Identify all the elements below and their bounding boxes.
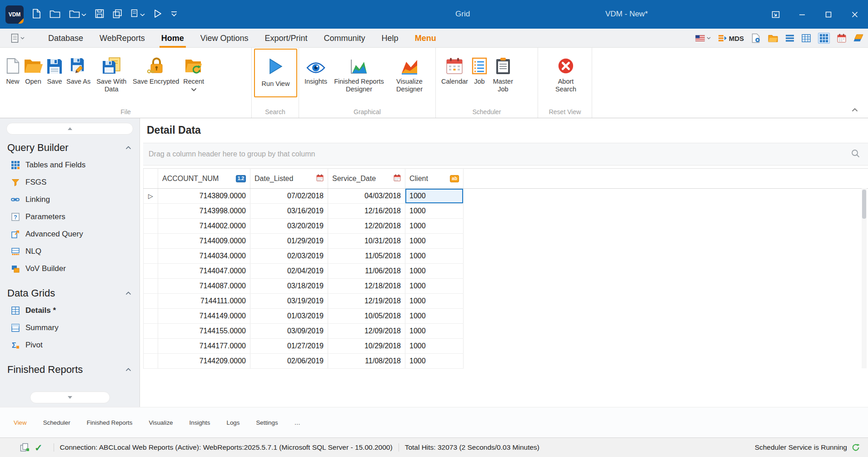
new-document-button[interactable]	[32, 9, 41, 20]
cell-account-num[interactable]: 7144087.0000	[158, 279, 250, 294]
tab-view-options[interactable]: View Options	[192, 29, 257, 48]
column-header-client[interactable]: Clientab	[405, 169, 464, 189]
table-row[interactable]: 7144047.0000 02/04/2019 11/06/2018 1000	[144, 264, 868, 279]
tab-webreports[interactable]: WebReports	[91, 29, 153, 48]
language-flag-button[interactable]	[695, 35, 711, 41]
cell-account-num[interactable]: 7144009.0000	[158, 234, 250, 249]
cell-client[interactable]: 1000	[405, 234, 464, 249]
mds-button[interactable]: MDS	[718, 34, 744, 42]
sidebar-item-vov-builder[interactable]: VoV Builder	[0, 260, 140, 277]
scrollbar-thumb[interactable]	[862, 190, 866, 219]
cell-date-listed[interactable]: 03/19/2019	[250, 294, 328, 309]
cell-service-date[interactable]: 12/16/2018	[328, 204, 405, 219]
save-as-button[interactable]: Save As	[65, 50, 92, 85]
table-view-button[interactable]	[802, 34, 811, 42]
table-row[interactable]: 7144009.0000 01/29/2019 10/31/2018 1000	[144, 234, 868, 249]
cell-service-date[interactable]: 12/19/2018	[328, 294, 405, 309]
sidebar-item-pivot[interactable]: Σ Pivot	[0, 336, 140, 354]
sidebar-item-summary[interactable]: Summary	[0, 319, 140, 336]
section-data-grids[interactable]: Data Grids	[0, 282, 140, 302]
document-settings-button[interactable]	[751, 33, 761, 43]
cell-client[interactable]: 1000	[405, 339, 464, 354]
save-encrypted-button[interactable]: Save Encrypted	[130, 50, 181, 85]
bottom-tab-settings[interactable]: Settings	[256, 419, 278, 426]
cell-account-num[interactable]: 7144149.0000	[158, 309, 250, 324]
bottom-tab-visualize[interactable]: Visualize	[149, 419, 173, 426]
section-finished-reports[interactable]: Finished Reports	[0, 358, 140, 378]
cell-account-num[interactable]: 7144002.0000	[158, 219, 250, 234]
bottom-tab-view[interactable]: View	[14, 419, 27, 426]
cell-client[interactable]: 1000	[405, 279, 464, 294]
master-job-button[interactable]: Master Job	[489, 50, 517, 93]
cell-client[interactable]: 1000	[405, 249, 464, 264]
cell-date-listed[interactable]: 01/27/2019	[250, 339, 328, 354]
cell-account-num[interactable]: 7144209.0000	[158, 354, 250, 369]
bottom-tab-logs[interactable]: Logs	[226, 419, 239, 426]
cell-date-listed[interactable]: 03/16/2019	[250, 204, 328, 219]
job-button[interactable]: Job	[470, 50, 489, 85]
save-all-button[interactable]	[113, 9, 122, 20]
column-header-date-listed[interactable]: Date_Listed	[250, 169, 328, 189]
tab-help[interactable]: Help	[374, 29, 407, 48]
sidebar-item-nlq[interactable]: NLQ	[0, 243, 140, 260]
column-header-account-num[interactable]: ACCOUNT_NUM1.2	[158, 169, 250, 189]
cell-service-date[interactable]: 10/05/2018	[328, 309, 405, 324]
customize-toolbar-button[interactable]	[170, 11, 178, 18]
cell-service-date[interactable]: 12/18/2018	[328, 279, 405, 294]
cell-account-num[interactable]: 7143809.0000	[158, 189, 250, 204]
cell-service-date[interactable]: 11/08/2018	[328, 354, 405, 369]
tab-menu[interactable]: Menu	[407, 29, 444, 48]
cell-client[interactable]: 1000	[405, 219, 464, 234]
cell-date-listed[interactable]: 03/09/2019	[250, 324, 328, 339]
save-options-dropdown-button[interactable]	[131, 9, 145, 20]
minimize-button[interactable]	[789, 0, 815, 29]
search-icon[interactable]	[851, 149, 860, 160]
cell-date-listed[interactable]: 01/03/2019	[250, 309, 328, 324]
table-row[interactable]: 7143809.0000 07/02/2018 04/03/2018 1000	[144, 189, 868, 204]
open-report-folder-button[interactable]	[768, 34, 778, 42]
calendar-view-button[interactable]	[837, 34, 846, 43]
table-row[interactable]: 7144209.0000 02/06/2019 11/08/2018 1000	[144, 354, 868, 369]
column-header-service-date[interactable]: Service_Date	[328, 169, 405, 189]
new-button[interactable]: New	[4, 50, 22, 85]
bottom-tab-scheduler[interactable]: Scheduler	[43, 419, 70, 426]
collapse-ribbon-button[interactable]	[852, 106, 858, 113]
cell-date-listed[interactable]: 03/20/2019	[250, 219, 328, 234]
cell-account-num[interactable]: 7144177.0000	[158, 339, 250, 354]
table-row[interactable]: 7144177.0000 01/27/2019 10/29/2018 1000	[144, 339, 868, 354]
popout-window-button[interactable]	[763, 0, 789, 29]
cell-date-listed[interactable]: 02/04/2019	[250, 264, 328, 279]
list-view-button[interactable]	[785, 34, 794, 42]
recent-button[interactable]: Recent	[181, 50, 206, 93]
open-button[interactable]: Open	[22, 50, 45, 85]
table-row[interactable]: 7144149.0000 01/03/2019 10/05/2018 1000	[144, 309, 868, 324]
open-dropdown-button[interactable]	[69, 10, 86, 20]
clear-view-button[interactable]	[853, 34, 863, 42]
cell-service-date[interactable]: 10/29/2018	[328, 339, 405, 354]
tab-export-print[interactable]: Export/Print	[257, 29, 316, 48]
table-row[interactable]: 7144034.0000 02/03/2019 11/05/2018 1000	[144, 249, 868, 264]
calendar-button[interactable]: Calendar	[439, 50, 470, 85]
cell-client[interactable]: 1000	[405, 264, 464, 279]
cell-account-num[interactable]: 7144155.0000	[158, 324, 250, 339]
cell-account-num[interactable]: 7144034.0000	[158, 249, 250, 264]
tab-community[interactable]: Community	[316, 29, 374, 48]
table-row[interactable]: 7144087.0000 03/18/2019 12/18/2018 1000	[144, 279, 868, 294]
save-button[interactable]: Save	[45, 50, 65, 85]
cell-client[interactable]: 1000	[405, 294, 464, 309]
vertical-scrollbar[interactable]	[862, 188, 867, 368]
cell-date-listed[interactable]: 02/03/2019	[250, 249, 328, 264]
tab-home[interactable]: Home	[153, 29, 192, 48]
cell-service-date[interactable]: 04/03/2018	[328, 189, 405, 204]
cell-service-date[interactable]: 10/31/2018	[328, 234, 405, 249]
sidebar-item-parameters[interactable]: ? Parameters	[0, 208, 140, 226]
cell-date-listed[interactable]: 01/29/2019	[250, 234, 328, 249]
cell-account-num[interactable]: 7144111.0000	[158, 294, 250, 309]
table-row[interactable]: 7144155.0000 03/09/2019 12/09/2018 1000	[144, 324, 868, 339]
tab-database[interactable]: Database	[40, 29, 91, 48]
cell-account-num[interactable]: 7144047.0000	[158, 264, 250, 279]
table-row[interactable]: 7144111.0000 03/19/2019 12/19/2018 1000	[144, 294, 868, 309]
sidebar-item-details[interactable]: Details *	[0, 302, 140, 319]
cell-service-date[interactable]: 12/09/2018	[328, 324, 405, 339]
sidebar-item-fsgs[interactable]: FSGS	[0, 174, 140, 191]
